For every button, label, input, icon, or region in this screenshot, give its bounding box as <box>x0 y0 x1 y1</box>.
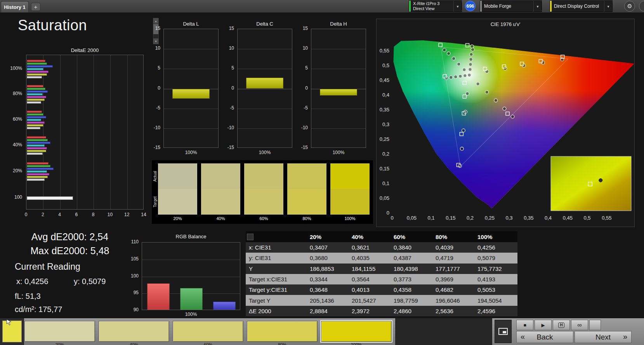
pattern-button-40%[interactable] <box>99 321 169 342</box>
gridline <box>142 277 240 277</box>
y-axis-label: 15 <box>299 26 309 31</box>
display-dropdown-text: Direct Display Control <box>552 1 604 12</box>
cell-value: 0,3680 <box>307 255 349 261</box>
y-axis-label: 0,1 <box>382 180 389 186</box>
rgb-bar <box>213 302 236 310</box>
x-axis-label: 0,45 <box>563 215 573 221</box>
de-bar <box>27 93 43 95</box>
y-axis-label: 15 <box>226 26 236 31</box>
add-tab-button[interactable]: + <box>31 3 40 11</box>
edge-small-button[interactable] <box>589 320 601 330</box>
measured-point <box>452 57 456 61</box>
next-button[interactable]: Next » <box>575 331 632 343</box>
row-label: Y <box>246 265 307 272</box>
cell-value: 2,4860 <box>391 308 433 314</box>
y-axis-label: -5 <box>152 105 162 111</box>
de-bar <box>27 176 48 178</box>
y-axis-label: 0,45 <box>380 77 389 83</box>
column-header: 80% <box>433 234 475 240</box>
de-bar <box>27 127 40 129</box>
actual-swatch <box>201 163 240 189</box>
target-swatch <box>330 189 370 215</box>
measured-point <box>450 76 453 79</box>
x-axis-label: 100% <box>331 150 346 155</box>
cell-value: 0,4193 <box>475 276 517 283</box>
x-axis-label: 100% <box>183 150 199 155</box>
y-axis-label: -5 <box>299 105 309 111</box>
row-label: Target y:CIE31 <box>246 286 307 293</box>
y-axis-label: -5 <box>226 105 236 111</box>
measurement-table-head: 20%40%60%80%100% <box>246 231 517 242</box>
table-row[interactable]: Target y:CIE310,36480,40130,43580,46820,… <box>246 284 517 295</box>
x-axis-label: 100% <box>257 150 273 155</box>
page-title: Saturation <box>18 17 87 34</box>
x-axis-label: 0,2 <box>467 215 474 221</box>
bottom-bar-gap <box>395 318 492 345</box>
rgb-chart: RGB Balance 100% 1101051009590 <box>130 232 243 317</box>
pattern-button-60%[interactable] <box>173 321 243 342</box>
actual-row-label: Actual <box>152 163 158 189</box>
meter-dropdown[interactable]: X-Rite i1Pro 3 Direct View ▾ <box>409 0 462 12</box>
source-dropdown[interactable]: Mobile Forge ▾ <box>480 0 542 12</box>
display-pattern-button[interactable] <box>495 320 512 343</box>
cell-value: 2,4596 <box>475 308 517 314</box>
back-chevron-icon: « <box>521 332 525 341</box>
back-button[interactable]: « Back <box>516 331 573 343</box>
gridline <box>311 49 366 49</box>
settings-button[interactable]: ⚙ <box>624 1 635 12</box>
table-row[interactable]: x: CIE310,34070,36210,38400,40390,4256 <box>246 242 517 253</box>
pattern-button-100%[interactable] <box>321 321 392 342</box>
table-row[interactable]: y: CIE310,36800,40350,43870,47190,5079 <box>246 253 517 263</box>
pattern-button-20%[interactable] <box>24 321 95 342</box>
measured-point <box>469 68 472 71</box>
de-bar <box>27 142 50 144</box>
play-button[interactable]: ▶ <box>535 320 552 330</box>
measurement-table: 20%40%60%80%100% x: CIE310,34070,36210,3… <box>246 231 517 316</box>
chart-title: Delta C <box>237 21 292 27</box>
de-bar <box>27 121 45 124</box>
source-dropdown-text: Mobile Forge <box>482 1 533 12</box>
stop-button[interactable]: ■ <box>516 320 533 330</box>
continuous-read-button[interactable]: ∞ <box>571 320 588 330</box>
y-axis-label: 0,5 <box>382 62 389 68</box>
de-bar <box>27 71 49 73</box>
display-control-dropdown[interactable]: Direct Display Control ▾ <box>550 0 613 12</box>
y-axis-label: 15 <box>152 26 162 31</box>
pattern-button-80%[interactable] <box>247 321 318 342</box>
cell-value: 0,5053 <box>475 286 517 293</box>
y-axis-label: 0,4 <box>382 92 389 98</box>
deltae2000-plot <box>26 55 144 210</box>
gridline <box>77 55 77 209</box>
table-row[interactable]: Y186,8853184,1155180,4398177,1777175,773… <box>246 264 517 274</box>
y-axis-label: 0 <box>387 210 389 216</box>
cell-value: 194,5054 <box>475 297 517 304</box>
chart-title: DeltaE 2000 <box>26 47 144 53</box>
de-bar <box>27 150 46 152</box>
deltae2000-chart: DeltaE 2000 02468101214100%80%60%40%20%1… <box>0 47 149 225</box>
y-axis-label: 10 <box>152 45 162 51</box>
cell-value: 0,3648 <box>307 286 349 293</box>
target-swatch <box>201 189 240 215</box>
measured-point <box>443 48 446 52</box>
tab-history-1[interactable]: History 1 <box>1 1 29 12</box>
edge-button[interactable] <box>639 1 644 12</box>
play-icon: ▶ <box>541 322 545 328</box>
deltal-chart: Delta L 100% 151050-5-10-15 <box>152 20 219 157</box>
cell-value: 177,1777 <box>433 265 475 272</box>
meter-mode: Direct View <box>413 6 451 11</box>
cell-value: 180,4398 <box>391 265 433 272</box>
gridline <box>142 260 240 260</box>
gridline <box>238 89 292 89</box>
pattern-mode-button[interactable]: H <box>553 320 570 330</box>
y-axis-label: 0 <box>152 85 162 91</box>
column-header: 100% <box>475 234 517 240</box>
gridline <box>238 69 292 69</box>
table-row[interactable]: ΔE 20002,88842,39722,48602,56362,4596 <box>246 306 517 316</box>
measured-point <box>471 48 474 51</box>
table-row[interactable]: Target x:CIE310,33440,35640,37730,39690,… <box>246 274 517 284</box>
pattern-label: 60% <box>173 342 243 345</box>
table-icon[interactable] <box>247 234 253 240</box>
rgb-bar <box>180 288 203 310</box>
gridline <box>238 128 292 129</box>
table-row[interactable]: Target Y205,1436201,5427198,7759196,6046… <box>246 295 517 305</box>
